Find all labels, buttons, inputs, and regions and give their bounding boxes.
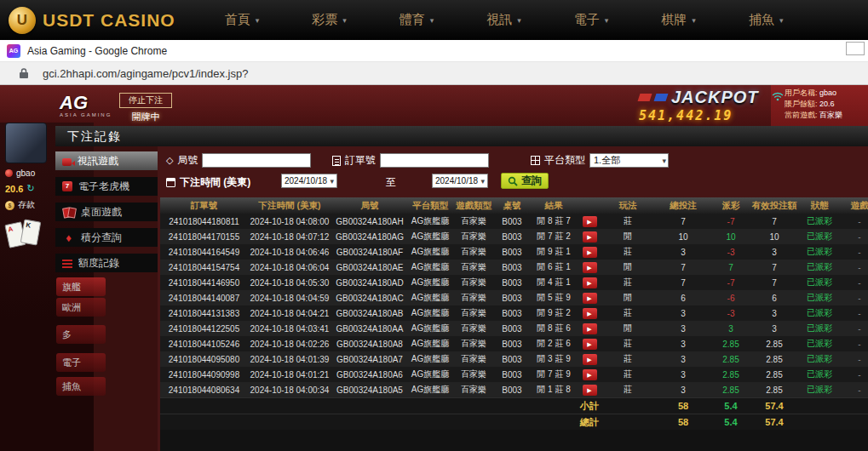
chrome-titlebar: AG Asia Gaming - Google Chrome (0, 40, 868, 62)
cell-table_no: B003 (495, 248, 529, 257)
replay-button[interactable]: ▶ (583, 323, 597, 334)
filters-panel: ◇ 局號 訂單號 平台類型 1 (158, 146, 868, 197)
cell-payout: 2.85 (711, 355, 750, 364)
nav-item-label: 彩票 (312, 12, 337, 28)
cell-round: GB00324A180AE (331, 263, 408, 272)
nav-item-3[interactable]: 視訊▾ (486, 12, 521, 28)
cell-game: 百家樂 (452, 231, 495, 243)
calendar-icon (166, 178, 175, 187)
refresh-balance-icon[interactable]: ↻ (26, 183, 34, 194)
cell-extra: - (841, 278, 868, 288)
cell-play: 閒 (601, 261, 655, 273)
coin-icon: $ (5, 201, 14, 210)
cell-time: 2024-10-18 04:05:30 (248, 278, 331, 288)
chevron-down-icon: ▾ (517, 16, 521, 25)
cell-payout: 7 (711, 263, 750, 272)
menu-item-3[interactable]: 積分查詢 (55, 228, 158, 247)
cell-payout: -7 (711, 278, 750, 288)
replay-button[interactable]: ▶ (583, 247, 597, 258)
order-number-input[interactable] (380, 153, 489, 168)
table-row: 2410180441808112024-10-18 04:08:00GB0032… (160, 214, 868, 229)
nav-item-4[interactable]: 電子▾ (574, 12, 609, 28)
platform-select-value: 1.全部 (594, 154, 620, 167)
cell-valid: 3 (750, 309, 798, 318)
platform-select[interactable]: 1.全部 ▾ (589, 153, 669, 168)
replay-cell: ▶ (578, 216, 601, 227)
cell-valid: 7 (750, 278, 798, 288)
date-to-picker[interactable]: 2024/10/18 ▾ (432, 174, 488, 188)
cell-play: 閒 (601, 231, 655, 243)
cell-platform: AG旗艦廳 (408, 307, 452, 319)
search-button[interactable]: 查詢 (501, 173, 549, 189)
nav-item-2[interactable]: 體育▾ (400, 12, 434, 28)
table-row: 2410180441469502024-10-18 04:05:30GB0032… (160, 275, 868, 290)
cell-result: 閒 4 莊 1 (529, 277, 578, 288)
magnifier-icon (508, 176, 518, 186)
cell-bet: 6 (655, 294, 711, 303)
cell-round: GB00324A180A8 (331, 340, 408, 349)
replay-button[interactable]: ▶ (583, 216, 597, 227)
cell-time: 2024-10-18 04:04:59 (248, 294, 331, 303)
bet-time-label: 下注時間 (美東) (180, 175, 250, 190)
menu-item-2[interactable]: 桌面遊戲 (55, 203, 158, 221)
cell-game: 百家樂 (452, 246, 495, 258)
cell-game: 百家樂 (452, 353, 495, 365)
cell-valid: 6 (750, 294, 798, 303)
round-number-input[interactable] (202, 153, 311, 168)
replay-cell: ▶ (578, 262, 601, 273)
cell-order: 241018044131383 (160, 309, 248, 318)
nav-item-6[interactable]: 捕魚▾ (749, 12, 784, 28)
replay-button[interactable]: ▶ (583, 308, 597, 319)
menu-item-1[interactable]: 電子老虎機 (55, 177, 158, 196)
window-control-box[interactable] (846, 42, 865, 55)
replay-button[interactable]: ▶ (583, 354, 597, 365)
date-from-picker[interactable]: 2024/10/18 ▾ (281, 174, 337, 188)
cell-extra: - (841, 294, 868, 303)
col-header-9: 總投注 (655, 200, 711, 212)
page-content: AG ASIA GAMING 停止下注 開牌中 JACKPOT 541,442.… (0, 85, 868, 451)
cell-order: 241018044140087 (160, 294, 248, 303)
avatar[interactable] (5, 123, 47, 163)
cell-time: 2024-10-18 04:07:12 (248, 232, 331, 242)
cell-extra: - (841, 340, 868, 349)
table-row: 2410180441547542024-10-18 04:06:04GB0032… (160, 260, 868, 275)
window-title: Asia Gaming - Google Chrome (27, 45, 167, 57)
chevron-down-icon: ▾ (692, 16, 696, 25)
replay-button[interactable]: ▶ (583, 277, 597, 288)
lock-icon[interactable] (19, 67, 29, 79)
replay-button[interactable]: ▶ (583, 231, 597, 243)
menu-item-0[interactable]: 視訊遊戲 (55, 151, 158, 170)
nav-item-5[interactable]: 棋牌▾ (661, 12, 696, 28)
table-row: 2410180440909982024-10-18 04:01:21GB0032… (160, 367, 868, 382)
col-header-8: 玩法 (601, 200, 655, 212)
cell-bet: 3 (655, 340, 711, 349)
menu-item-label: 桌面遊戲 (81, 205, 122, 220)
table-total-row: 總計585.457.4 (160, 414, 868, 430)
menu-item-4[interactable]: 額度記錄 (55, 254, 158, 272)
nav-item-1[interactable]: 彩票▾ (312, 12, 347, 28)
replay-button[interactable]: ▶ (583, 369, 597, 380)
cell-table_no: B003 (495, 232, 529, 242)
cell-round: GB00324A180AD (331, 278, 408, 288)
replay-button[interactable]: ▶ (583, 293, 597, 304)
cell-payout: 10 (711, 232, 750, 242)
cell-game: 百家樂 (452, 307, 495, 319)
user-info-label: 賬戶餘額: (785, 100, 819, 108)
cell-bet: 7 (655, 263, 711, 272)
cell-status: 已派彩 (798, 246, 841, 258)
to-label: 至 (386, 175, 396, 190)
table-row: 2410180440950802024-10-18 04:01:39GB0032… (160, 351, 868, 367)
cell-play: 莊 (601, 277, 655, 288)
records-menu: 視訊遊戲電子老虎機桌面遊戲積分查詢額度記錄 (55, 151, 158, 279)
cell-valid: 7 (750, 263, 798, 272)
replay-button[interactable]: ▶ (583, 339, 597, 350)
table-row: 2410180441645492024-10-18 04:06:46GB0032… (160, 244, 868, 260)
ag-logo: AG ASIA GAMING (60, 94, 112, 117)
replay-button[interactable]: ▶ (583, 262, 597, 273)
col-header-10: 派彩 (711, 200, 750, 212)
cell-table_no: B003 (495, 355, 529, 364)
url-bar[interactable]: gci.2hhapi.com/agingame/pcv1/index.jsp? (0, 62, 868, 85)
nav-item-0[interactable]: 首頁▾ (225, 12, 260, 28)
replay-button[interactable]: ▶ (583, 385, 597, 396)
balance-value: 20.6 (5, 184, 23, 194)
